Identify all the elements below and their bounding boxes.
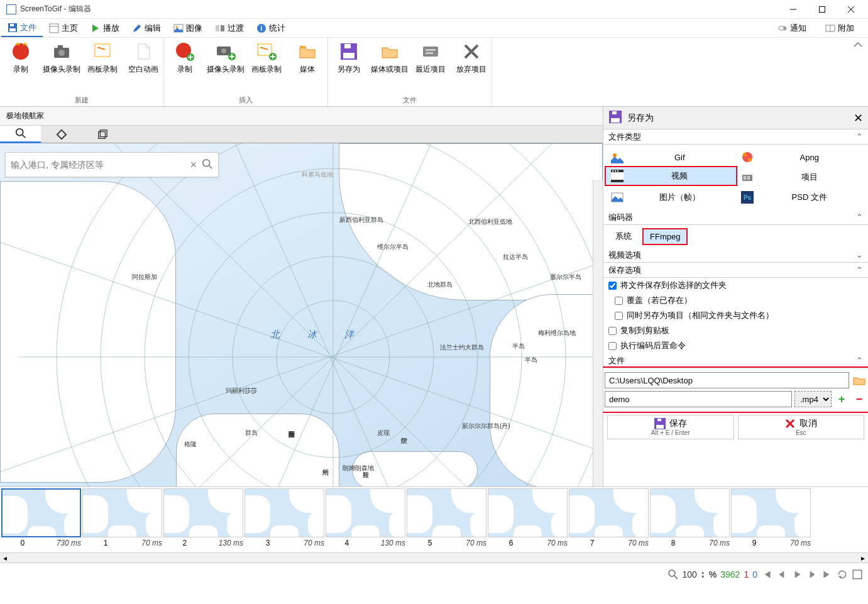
ribbon-tabs: 文件 主页 播放 编辑 图像 过渡 i 统计 通知 附加 bbox=[0, 19, 868, 38]
tab-stats[interactable]: i 统计 bbox=[250, 20, 292, 36]
new-blank-button[interactable]: 空白动画 bbox=[123, 38, 163, 94]
svg-line-35 bbox=[22, 135, 25, 138]
section-save-options[interactable]: 保存选项 ⌃ bbox=[603, 263, 868, 278]
map-search-input[interactable] bbox=[11, 160, 185, 170]
remove-output-button[interactable]: − bbox=[852, 392, 867, 407]
opt-overwrite[interactable]: 覆盖（若已存在） bbox=[603, 293, 868, 308]
svg-line-53 bbox=[209, 165, 212, 168]
frame-item[interactable]: 670 ms bbox=[488, 488, 568, 551]
svg-point-43 bbox=[57, 143, 603, 486]
vertical-scrollbar[interactable] bbox=[593, 180, 603, 486]
info-icon: i bbox=[256, 23, 266, 33]
cancel-button[interactable]: 取消 Esc bbox=[738, 415, 865, 439]
frame-item[interactable]: 170 ms bbox=[82, 488, 162, 551]
scroll-right-button[interactable]: ▸ bbox=[858, 553, 868, 563]
preview-tab-route[interactable] bbox=[41, 126, 82, 143]
svg-rect-67 bbox=[617, 170, 618, 172]
search-icon[interactable] bbox=[202, 158, 213, 172]
section-filetype[interactable]: 文件类型 ⌃ bbox=[603, 129, 868, 145]
fullscreen-button[interactable] bbox=[852, 569, 863, 580]
opt-copy-clipboard[interactable]: 复制到剪贴板 bbox=[603, 323, 868, 338]
tab-transition[interactable]: 过渡 bbox=[209, 20, 250, 36]
frame-index: 5 bbox=[407, 539, 453, 547]
prev-frame-button[interactable] bbox=[776, 569, 788, 580]
notify-button[interactable]: 通知 bbox=[771, 20, 813, 36]
new-camera-button[interactable]: 摄像头录制 bbox=[41, 38, 82, 94]
encoder-ffmpeg[interactable]: FFmpeg bbox=[642, 228, 688, 245]
file-recent-button[interactable]: 最近项目 bbox=[410, 38, 451, 94]
frame-thumbnail bbox=[407, 488, 486, 537]
imageframe-icon bbox=[611, 191, 624, 204]
scroll-left-button[interactable]: ◂ bbox=[0, 553, 10, 563]
attach-button[interactable]: 附加 bbox=[819, 20, 860, 36]
main-area: 极地领航家 bbox=[0, 107, 868, 486]
frame-item[interactable]: 570 ms bbox=[407, 488, 486, 551]
frame-thumbnail bbox=[82, 488, 162, 537]
tab-file[interactable]: 文件 bbox=[1, 19, 43, 37]
opt-also-saveproj[interactable]: 同时另存为项目（相同文件夹与文件名） bbox=[603, 308, 868, 323]
frame-item[interactable]: 770 ms bbox=[569, 488, 649, 551]
file-media-button[interactable]: 媒体或项目 bbox=[369, 38, 410, 94]
output-ext-select[interactable]: .mp4 bbox=[794, 391, 832, 407]
tab-image[interactable]: 图像 bbox=[167, 20, 209, 36]
filetype-gif[interactable]: Gif bbox=[606, 147, 736, 167]
preview-canvas[interactable]: 北 冰 洋 科累马低地 新西伯利亚群岛 北西伯利亚低地 维尔尔半岛 拉达半岛 塞… bbox=[0, 143, 603, 486]
zoom-spinner[interactable]: ▲▼ bbox=[701, 570, 705, 579]
opt-post-command[interactable]: 执行编码后置命令 bbox=[603, 338, 868, 353]
opt-save-folder[interactable]: 将文件保存到你选择的文件夹 bbox=[603, 278, 868, 293]
tab-home[interactable]: 主页 bbox=[43, 20, 84, 36]
save-icon bbox=[654, 418, 666, 429]
frame-item[interactable]: 970 ms bbox=[731, 488, 811, 551]
next-frame-button[interactable] bbox=[806, 569, 818, 580]
file-discard-button[interactable]: 放弃项目 bbox=[451, 38, 492, 94]
close-button[interactable] bbox=[837, 0, 865, 19]
filetype-apng[interactable]: Apng bbox=[736, 147, 866, 167]
file-saveas-button[interactable]: 另存为 bbox=[328, 38, 369, 94]
maximize-button[interactable] bbox=[808, 0, 837, 19]
frame-item[interactable]: 4130 ms bbox=[326, 488, 405, 551]
insert-record-button[interactable]: 录制 bbox=[164, 38, 205, 94]
filetype-psd[interactable]: PsPSD 文件 bbox=[736, 187, 866, 207]
panel-close-button[interactable]: ✕ bbox=[854, 111, 863, 125]
save-icon bbox=[8, 23, 18, 33]
svg-rect-79 bbox=[853, 570, 862, 579]
clear-icon[interactable]: × bbox=[190, 158, 197, 172]
frame-item[interactable]: 370 ms bbox=[244, 488, 324, 551]
frame-item[interactable]: 2130 ms bbox=[163, 488, 243, 551]
insert-camera-button[interactable]: 摄像头录制 bbox=[205, 38, 246, 94]
frame-index: 3 bbox=[244, 539, 291, 547]
tab-play[interactable]: 播放 bbox=[84, 20, 126, 36]
goto-last-button[interactable] bbox=[821, 569, 833, 580]
ribbon-collapse-button[interactable] bbox=[850, 40, 865, 109]
filetype-project[interactable]: 项目 bbox=[736, 167, 866, 187]
zoom-icon[interactable] bbox=[667, 569, 679, 580]
tab-edit[interactable]: 编辑 bbox=[126, 20, 167, 36]
insert-board-button[interactable]: 画板录制 bbox=[246, 38, 287, 94]
frame-thumbnail bbox=[569, 488, 649, 537]
minimize-button[interactable] bbox=[779, 0, 808, 19]
panel-header: 另存为 ✕ bbox=[603, 107, 868, 129]
goto-first-button[interactable] bbox=[761, 569, 772, 580]
section-video-options[interactable]: 视频选项 ⌄ bbox=[603, 248, 868, 263]
insert-media-button[interactable]: 媒体 bbox=[287, 38, 327, 94]
filetype-image[interactable]: 图片（帧） bbox=[606, 187, 736, 207]
preview-tab-search[interactable] bbox=[0, 126, 41, 143]
encoder-system[interactable]: 系统 bbox=[608, 228, 639, 245]
frame-item[interactable]: 870 ms bbox=[650, 488, 730, 551]
frame-item[interactable]: 0730 ms bbox=[1, 488, 81, 551]
play-button[interactable] bbox=[791, 569, 803, 580]
horizontal-scrollbar[interactable]: ◂ ▸ bbox=[0, 552, 868, 563]
preview-tab-layers[interactable] bbox=[82, 126, 123, 143]
new-record-button[interactable]: 录制 bbox=[0, 38, 41, 94]
browse-folder-button[interactable] bbox=[852, 373, 867, 388]
play-icon bbox=[91, 23, 101, 33]
output-folder-input[interactable] bbox=[605, 372, 849, 388]
output-name-input[interactable] bbox=[605, 391, 792, 407]
add-output-button[interactable]: + bbox=[834, 392, 849, 407]
loop-button[interactable] bbox=[837, 569, 848, 580]
section-encoder[interactable]: 编码器 ⌃ bbox=[603, 210, 868, 225]
status-bar: 100 ▲▼ % 3962 1 0 bbox=[0, 563, 868, 585]
new-board-button[interactable]: 画板录制 bbox=[82, 38, 123, 94]
save-button[interactable]: 保存 Alt + E / Enter bbox=[607, 415, 734, 439]
filetype-video[interactable]: 视频 bbox=[605, 166, 737, 186]
